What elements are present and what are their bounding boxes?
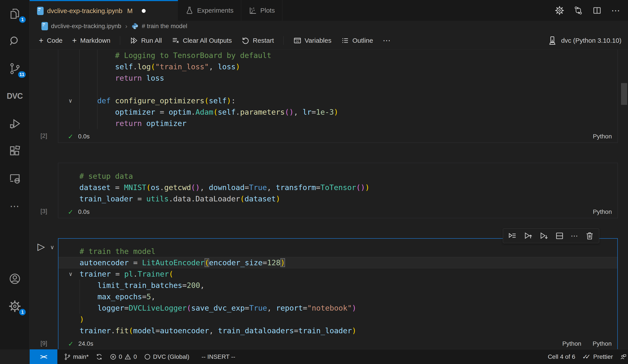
cell-status-bar: ✓ 24.0s Python Python [58,338,617,350]
code-editor[interactable]: # train the modelautoencoder = LitAutoEn… [58,239,617,336]
run-cell-button[interactable]: ▷ [37,242,45,251]
remote-indicator[interactable]: >< [30,349,57,364]
variables-icon [293,36,302,45]
error-icon [110,353,117,360]
kernel-picker[interactable]: dvc (Python 3.10.10) [548,36,622,45]
beaker-icon [185,6,194,15]
add-markdown-label: Markdown [80,37,110,44]
tab-notebook[interactable]: dvclive-exp-tracking.ipynb M [30,0,178,21]
editor-area: dvclive-exp-tracking.ipynb M Experiments… [30,0,628,364]
execute-cell-and-below-icon[interactable] [539,231,549,240]
restart-icon [241,36,250,45]
cell-container-selected[interactable]: # train the modelautoencoder = LitAutoEn… [58,238,618,350]
explorer-badge: 1 [18,16,26,23]
breadcrumb-file[interactable]: dvclive-exp-tracking.ipynb [51,23,121,30]
notebook-cell-3: [3] # setup datadataset = MNIST(os.getcw… [30,163,628,218]
delete-cell-icon[interactable] [585,231,594,240]
fold-chevron-icon[interactable]: ∨ [69,268,72,280]
branch-name: main* [73,353,89,360]
cell-container[interactable]: # Logging to TensorBoard by default self… [58,50,618,143]
code-editor[interactable]: # setup datadataset = MNIST(os.getcwd(),… [58,163,618,205]
breadcrumb-section[interactable]: # train the model [142,23,187,30]
sync-icon [96,353,103,360]
tab-experiments[interactable]: Experiments [178,0,241,21]
account-button[interactable] [0,265,29,292]
notebook-editor: [2] # Logging to TensorBoard by default … [30,50,628,364]
add-code-cell-button[interactable]: + Code [39,36,63,45]
cell-more-actions-icon[interactable]: ⋯ [571,231,578,240]
clear-all-label: Clear All Outputs [183,37,232,44]
feedback-button[interactable] [617,349,628,364]
cell-hover-toolbar: ⋯ [503,228,599,243]
activity-bar: 1 11 DVC ⋯ 1 [0,0,30,349]
toolbar-more-icon[interactable]: ⋯ [383,36,391,45]
clear-all-outputs-button[interactable]: Clear All Outputs [171,36,232,45]
run-options-chevron-icon[interactable]: ∨ [50,244,54,250]
execution-time: 0.0s [78,208,90,215]
add-markdown-cell-button[interactable]: + Markdown [72,36,110,45]
run-debug-icon [9,118,21,130]
execution-count: [9] [40,340,47,347]
cell-language[interactable]: Python [593,208,612,215]
cell-language[interactable]: Python [593,133,612,140]
sidebar-item-remote-explorer[interactable] [0,165,29,192]
run-all-button[interactable]: Run All [130,36,162,45]
git-modified-badge: M [127,7,133,15]
tab-plots[interactable]: Plots [241,0,283,21]
status-bar: >< main* 0 0 DVC (Global) -- INSERT -- [30,349,628,364]
plus-icon: + [72,36,77,45]
cell-gutter: [2] [30,50,58,143]
run-by-line-icon[interactable] [508,231,517,240]
execution-time: 24.0s [78,340,93,347]
sidebar-more-views[interactable]: ⋯ [0,192,29,220]
settings-gear-icon[interactable] [555,6,564,15]
search-icon [9,35,21,47]
settings-button[interactable]: 1 [0,292,29,320]
dvc-scope-label: DVC (Global) [153,353,189,360]
split-cell-icon[interactable] [555,231,564,240]
sync-status-item[interactable] [92,349,106,364]
dvc-status-item[interactable]: DVC (Global) [141,349,193,364]
cell-language[interactable]: Python [593,340,612,347]
insert-mode-label: -- INSERT -- [201,353,235,360]
more-actions-icon[interactable]: ⋯ [611,5,620,15]
cell-position-indicator[interactable]: Cell 4 of 6 [544,349,579,364]
cell-kernel-language[interactable]: Python [562,340,581,347]
prettier-label: Prettier [593,353,613,360]
execution-count: [3] [40,208,47,215]
sidebar-item-search[interactable] [0,27,29,55]
run-all-label: Run All [141,37,162,44]
success-check-icon: ✓ [68,133,73,140]
restart-kernel-button[interactable]: Restart [241,36,274,45]
notebook-file-icon [37,7,44,15]
split-editor-icon[interactable] [592,6,602,15]
fold-chevron-icon[interactable]: ∨ [69,95,72,106]
vim-mode-indicator[interactable]: -- INSERT -- [198,349,239,364]
sidebar-item-source-control[interactable]: 11 [0,55,29,82]
execution-time: 0.0s [78,133,90,140]
execution-count: [2] [40,132,47,139]
run-all-icon [130,36,138,45]
cell-container[interactable]: # setup datadataset = MNIST(os.getcwd(),… [58,163,618,218]
sidebar-item-run-debug[interactable] [0,110,29,137]
sidebar-item-explorer[interactable]: 1 [0,0,29,27]
sidebar-item-dvc[interactable]: DVC [0,82,29,110]
problems-status-item[interactable]: 0 0 [106,349,141,364]
execute-above-cells-icon[interactable] [524,231,533,240]
error-count: 0 [119,353,122,360]
unsaved-dot-icon[interactable] [142,9,146,13]
compare-changes-icon[interactable] [574,6,583,15]
notebook-cell-2: [2] # Logging to TensorBoard by default … [30,50,628,143]
scrollbar-thumb[interactable] [621,83,627,105]
sidebar-item-extensions[interactable] [0,137,29,165]
code-editor[interactable]: # Logging to TensorBoard by default self… [58,50,618,129]
variables-button[interactable]: Variables [293,36,331,45]
outline-button[interactable]: Outline [341,36,373,45]
cell-gutter: ▷ ∨ [9] [30,238,58,350]
success-check-icon: ✓ [68,340,74,348]
remote-glyph: >< [40,353,47,361]
formatter-status-item[interactable]: ✓✓ Prettier [579,349,617,364]
dvc-logo: DVC [7,91,23,101]
cell-gutter: [3] [30,163,58,218]
branch-status-item[interactable]: main* [60,349,92,364]
